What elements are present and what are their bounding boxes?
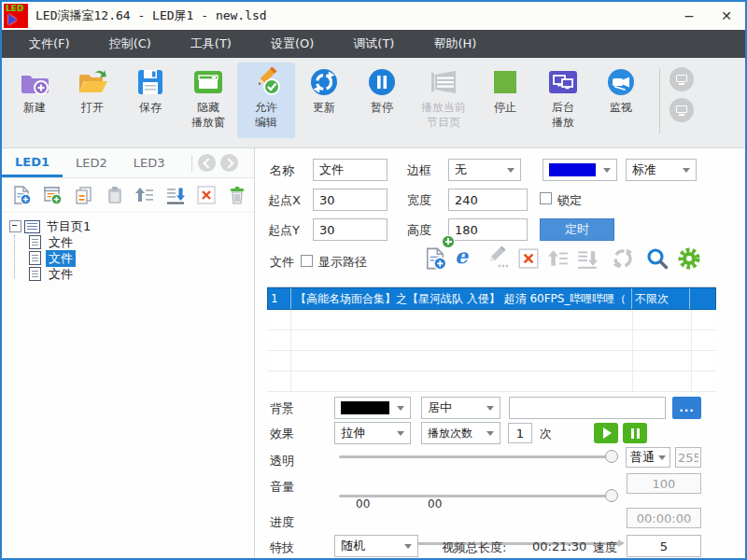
menu-debug[interactable]: 调试(T)	[333, 30, 414, 58]
show-path-checkbox[interactable]	[301, 255, 313, 267]
y-input[interactable]	[313, 218, 388, 241]
tree-item-file-1[interactable]: 文件	[29, 234, 254, 250]
opacity-slider-thumb[interactable]	[605, 450, 618, 463]
delete-item-icon[interactable]	[196, 185, 217, 205]
name-input[interactable]	[313, 159, 388, 181]
browse-button[interactable]: ...	[672, 397, 701, 419]
paste-icon[interactable]	[104, 185, 124, 205]
background-play-button[interactable]: 后台播放	[534, 63, 592, 130]
chevron-down-icon	[603, 168, 611, 173]
stop-button[interactable]: 停止	[476, 63, 534, 116]
file-table-empty-row[interactable]	[267, 330, 716, 351]
border-color-select[interactable]	[543, 159, 617, 181]
new-button[interactable]: 新建	[6, 63, 63, 116]
add-page-icon[interactable]	[11, 185, 32, 205]
stunt-label: 特技	[270, 539, 294, 556]
tab-led1[interactable]: LED1	[2, 148, 63, 177]
monitor-button[interactable]: 监视	[592, 63, 650, 116]
tree-item-label[interactable]: 文件	[46, 234, 76, 251]
save-button[interactable]: 保存	[121, 63, 179, 116]
stunt-select[interactable]: 随机	[334, 535, 418, 557]
file-move-down-icon[interactable]	[576, 247, 599, 273]
timer-button[interactable]: 定时	[540, 218, 614, 241]
opacity-slider[interactable]	[339, 450, 616, 463]
y-label: 起点Y	[268, 222, 300, 239]
background-color-select[interactable]	[334, 397, 411, 419]
update-button[interactable]: 更新	[295, 63, 353, 116]
hide-play-window-button[interactable]: 隐藏播放窗	[179, 63, 237, 130]
open-folder-icon	[77, 65, 108, 99]
preview-pause-button[interactable]	[623, 423, 647, 443]
tree-root-label[interactable]: 节目页1	[44, 218, 93, 235]
progress-time-field[interactable]	[627, 508, 701, 528]
tab-scroll-right-button[interactable]	[220, 154, 238, 172]
delete-file-icon[interactable]	[517, 247, 540, 273]
close-button[interactable]: ✕	[708, 2, 745, 30]
file-refresh-icon[interactable]	[611, 246, 635, 274]
app-logo-icon: LED	[4, 4, 28, 28]
background-label: 背景	[270, 400, 294, 417]
border-select[interactable]: 无	[448, 159, 521, 181]
search-icon[interactable]	[645, 246, 669, 274]
file-item-icon	[29, 251, 41, 265]
pause-button[interactable]: 暂停	[353, 63, 411, 116]
file-table-empty-row[interactable]	[267, 310, 716, 330]
tree-item-label[interactable]: 文件	[46, 266, 76, 283]
tree-item-label-selected[interactable]: 文件	[46, 250, 76, 267]
effect-select[interactable]: 拉伸	[334, 422, 411, 444]
screen-1-button[interactable]	[669, 67, 694, 91]
file-section-label: 文件	[270, 254, 294, 271]
opacity-value-field[interactable]	[675, 447, 701, 468]
volume-value-field[interactable]	[627, 473, 701, 494]
preview-play-button[interactable]	[594, 423, 618, 443]
trash-icon[interactable]	[227, 185, 247, 205]
move-up-icon[interactable]	[134, 185, 155, 205]
file-table-empty-row[interactable]	[267, 351, 716, 371]
background-path-input[interactable]	[509, 397, 666, 419]
open-button[interactable]: 打开	[63, 63, 121, 116]
play-current-page-button[interactable]: 播放当前节目页	[411, 63, 476, 130]
copy-icon[interactable]	[73, 185, 93, 205]
volume-slider-thumb[interactable]	[605, 489, 618, 502]
chevron-down-icon	[507, 168, 514, 173]
file-row-loop: 不限次	[632, 288, 690, 309]
border-color-swatch	[549, 163, 596, 176]
tree-item-file-2[interactable]: 文件	[29, 250, 254, 266]
move-down-icon[interactable]	[165, 185, 186, 205]
menu-control[interactable]: 控制(C)	[90, 30, 171, 58]
play-count-input[interactable]	[508, 423, 532, 443]
menu-tools[interactable]: 工具(T)	[171, 30, 251, 58]
collapse-expander[interactable]	[9, 220, 21, 232]
file-table-row-selected[interactable]: 1 【高能名场面合集】之【星河战队 入侵】 超清 60FPS_哔哩哔哩（ 不限次	[267, 287, 716, 310]
allow-edit-button[interactable]: 允许编辑	[237, 63, 295, 138]
border-style-select[interactable]: 标准	[626, 159, 697, 181]
file-table-empty-row[interactable]	[267, 371, 716, 392]
screen-2-button[interactable]	[669, 98, 694, 122]
tab-led2[interactable]: LED2	[63, 148, 120, 177]
speed-input[interactable]	[627, 535, 701, 557]
add-file-icon[interactable]	[423, 246, 447, 274]
minimize-button[interactable]: −	[670, 2, 708, 30]
play-count-select[interactable]: 播放次数	[421, 422, 500, 444]
progress-label: 进度	[270, 514, 294, 531]
tab-scroll-left-button[interactable]	[198, 154, 216, 172]
add-item-icon[interactable]	[42, 185, 63, 205]
gear-icon[interactable]	[677, 246, 701, 274]
tree-root-row[interactable]: 节目页1	[9, 218, 254, 234]
height-input[interactable]	[448, 218, 528, 241]
tab-divider	[191, 155, 192, 172]
lock-checkbox[interactable]	[540, 192, 552, 204]
width-input[interactable]	[448, 189, 528, 211]
menu-file[interactable]: 文件(F)	[9, 30, 90, 58]
tab-led3[interactable]: LED3	[120, 148, 178, 177]
edit-file-icon[interactable]	[485, 246, 509, 274]
lock-label: 锁定	[557, 192, 582, 209]
align-select[interactable]: 居中	[421, 397, 500, 419]
menu-settings[interactable]: 设置(O)	[251, 30, 333, 58]
x-input[interactable]	[313, 189, 388, 211]
tree-item-file-3[interactable]: 文件	[29, 266, 254, 282]
file-move-up-icon[interactable]	[547, 247, 570, 273]
volume-slider[interactable]	[339, 489, 616, 502]
opacity-mode-select[interactable]: 普通	[626, 447, 670, 468]
menu-help[interactable]: 帮助(H)	[414, 30, 496, 58]
